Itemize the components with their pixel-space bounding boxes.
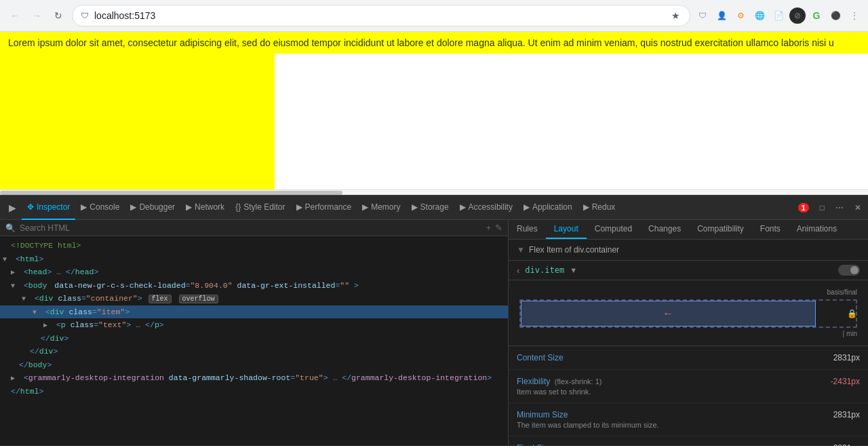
nav-buttons: ← → ↻: [5, 6, 68, 25]
p-line[interactable]: ▶ <p class="text"> … </p>: [0, 318, 508, 332]
flex-item-label: Flex Item of div.container: [529, 245, 619, 255]
html-open-line[interactable]: ▼ <html>: [0, 253, 508, 266]
prev-element-button[interactable]: ‹: [517, 265, 519, 276]
dock-button[interactable]: □: [816, 200, 829, 215]
tab-changes[interactable]: Changes: [640, 220, 689, 239]
extension-icon-4[interactable]: 🌐: [751, 7, 768, 24]
flex-diagram: basis/final ← 🔒 | min: [509, 280, 868, 346]
flex-toggle[interactable]: [838, 265, 860, 276]
html-panel: 🔍 + ✎ <!DOCTYPE html> ▼ <html> ▶ <head> …: [0, 220, 509, 446]
devtools-body: 🔍 + ✎ <!DOCTYPE html> ▼ <html> ▶ <head> …: [0, 220, 868, 446]
tab-redux[interactable]: ▶ Redux: [578, 195, 621, 220]
tab-accessibility[interactable]: ▶ Accessibility: [454, 195, 518, 220]
debugger-icon: ▶: [130, 202, 136, 212]
reload-button[interactable]: ↻: [49, 6, 68, 25]
styles-panel: Rules Layout Computed Changes Compatibil…: [509, 220, 868, 446]
min-size-row: Minimum Size The item was clamped to its…: [509, 403, 868, 436]
tab-layout[interactable]: Layout: [546, 220, 587, 239]
edit-html-button[interactable]: ✎: [495, 223, 502, 233]
body-line[interactable]: ▼ <body data-new-gr-c-s-check-loaded="8.…: [0, 279, 508, 293]
collapse-icon[interactable]: ▼: [517, 245, 525, 255]
network-icon: ▶: [186, 202, 192, 212]
flex-item-header: ▼ Flex Item of div.container: [509, 240, 868, 261]
bookmark-button[interactable]: ★: [670, 9, 682, 22]
styles-content: ▼ Flex Item of div.container ‹ div.item …: [509, 240, 868, 446]
scrollbar-thumb[interactable]: [0, 191, 342, 195]
memory-icon: ▶: [362, 202, 368, 212]
tab-performance[interactable]: ▶ Performance: [291, 195, 357, 220]
tab-console[interactable]: ▶ Console: [75, 195, 125, 220]
tab-network[interactable]: ▶ Network: [180, 195, 230, 220]
address-bar[interactable]: 🛡 localhost:5173 ★: [72, 5, 690, 26]
redux-icon: ▶: [583, 202, 589, 212]
error-badge: 1: [798, 203, 809, 212]
tab-application[interactable]: ▶ Application: [518, 195, 578, 220]
extension-icon-6[interactable]: G: [808, 7, 825, 24]
html-close-line[interactable]: </html>: [0, 385, 508, 398]
min-size-desc: The item was clamped to its minimum size…: [517, 421, 825, 429]
tab-style-editor[interactable]: {} Style Editor: [230, 195, 290, 220]
storage-icon: ▶: [412, 202, 418, 212]
scrollbar-area[interactable]: [0, 189, 868, 195]
add-node-button[interactable]: +: [486, 223, 491, 233]
flex-arrow: ←: [663, 307, 673, 320]
browser-chrome: ← → ↻ 🛡 localhost:5173 ★ 🛡 👤 ⚙ 🌐 📄 ⊘ G ⚫…: [0, 0, 868, 32]
div-container-line[interactable]: ▼ <div class="container"> flex overflow: [0, 292, 508, 305]
close-devtools-button[interactable]: ✕: [850, 200, 865, 215]
extension-icon-2[interactable]: 👤: [713, 7, 730, 24]
more-options-button[interactable]: ⋯: [831, 200, 848, 215]
tab-fonts[interactable]: Fonts: [752, 220, 789, 239]
extension-icon-7[interactable]: ⚫: [827, 7, 844, 24]
tab-debugger[interactable]: ▶ Debugger: [125, 195, 180, 220]
div-close2-line[interactable]: </div>: [0, 345, 508, 358]
lorem-text: Lorem ipsum dolor sit amet, consectetur …: [0, 32, 868, 54]
toolbar-actions: 🛡 👤 ⚙ 🌐 📄 ⊘ G ⚫ ⋮: [694, 7, 863, 24]
extension-icon-block[interactable]: ⊘: [789, 7, 806, 24]
menu-button[interactable]: ⋮: [846, 7, 863, 24]
body-close-line[interactable]: </body>: [0, 358, 508, 372]
html-search-input[interactable]: [20, 223, 481, 233]
forward-button[interactable]: →: [27, 6, 46, 25]
min-size-value: 2831px: [825, 410, 860, 419]
grammarly-line[interactable]: ▶ <grammarly-desktop-integration data-gr…: [0, 371, 508, 385]
div-close1-line[interactable]: </div>: [0, 332, 508, 346]
head-line[interactable]: ▶ <head> … </head>: [0, 265, 508, 279]
console-icon: ▶: [81, 202, 87, 212]
devtools: ▶ ✥ Inspector ▶ Console ▶ Debugger ▶ Net…: [0, 195, 868, 446]
tab-rules[interactable]: Rules: [509, 220, 546, 239]
flexibility-desc: Item was set to shrink.: [517, 388, 823, 396]
doctype-line[interactable]: <!DOCTYPE html>: [0, 239, 508, 253]
html-search-bar: 🔍 + ✎: [0, 220, 508, 236]
search-icon: 🔍: [5, 223, 16, 233]
tab-inspector[interactable]: ✥ Inspector: [22, 195, 75, 220]
extension-icon-3[interactable]: ⚙: [732, 7, 749, 24]
div-item-line[interactable]: ▼ <div class="item">: [0, 305, 508, 319]
inspect-element-button[interactable]: ▶: [3, 198, 22, 217]
min-label: | min: [843, 330, 858, 337]
flex-outer-box: ← 🔒: [519, 299, 857, 328]
devtools-actions: 1 □ ⋯ ✕: [794, 200, 865, 215]
url-text: localhost:5173: [94, 10, 665, 21]
extension-icon-1[interactable]: 🛡: [694, 7, 711, 24]
tab-animations[interactable]: Animations: [789, 220, 845, 239]
styles-tabs: Rules Layout Computed Changes Compatibil…: [509, 220, 868, 240]
page-content: Lorem ipsum dolor sit amet, consectetur …: [0, 32, 868, 195]
application-icon: ▶: [524, 202, 530, 212]
extension-icon-5[interactable]: 📄: [770, 7, 787, 24]
flexibility-label: Flexibility (flex-shrink: 1): [517, 377, 823, 386]
final-size-value: 2831px: [825, 443, 860, 446]
basis-final-label: basis/final: [827, 288, 857, 296]
devtools-toolbar: ▶ ✥ Inspector ▶ Console ▶ Debugger ▶ Net…: [0, 195, 868, 220]
yellow-box: [0, 54, 275, 189]
error-count-button[interactable]: 1: [794, 200, 813, 215]
style-editor-icon: {}: [235, 202, 241, 212]
tab-memory[interactable]: ▶ Memory: [357, 195, 406, 220]
performance-icon: ▶: [296, 202, 302, 212]
back-button[interactable]: ←: [5, 6, 24, 25]
tab-compatibility[interactable]: Compatibility: [689, 220, 752, 239]
flexibility-row: Flexibility (flex-shrink: 1) Item was se…: [509, 370, 868, 403]
tab-storage[interactable]: ▶ Storage: [406, 195, 454, 220]
tab-computed[interactable]: Computed: [587, 220, 640, 239]
inspector-icon: ✥: [27, 202, 34, 212]
element-chevron[interactable]: ▼: [570, 266, 577, 274]
